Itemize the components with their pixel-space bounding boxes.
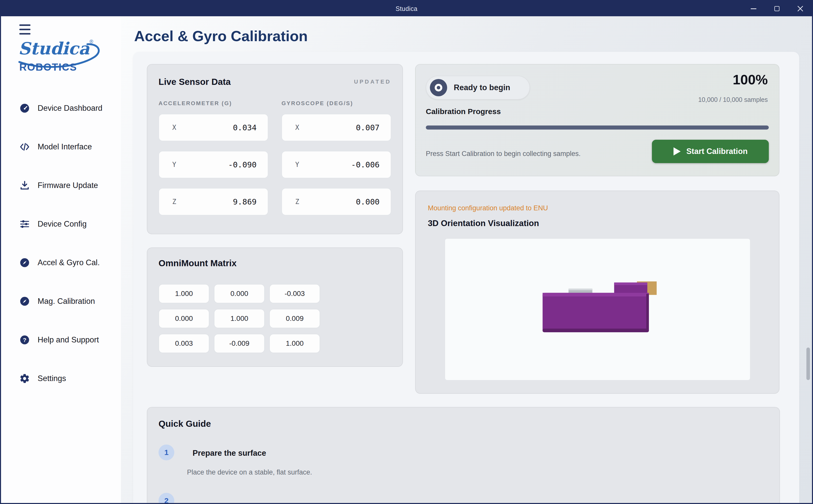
gyroscope-column: GYROSCOPE (DEG/S) X 0.007 Y -0.006 Z 0.0… [282, 100, 391, 225]
start-calibration-button[interactable]: Start Calibration [652, 140, 769, 163]
progress-bar [426, 125, 769, 130]
calibration-card: Ready to begin 100% 10,000 / 10,000 samp… [415, 64, 779, 176]
maximize-icon [774, 6, 779, 11]
quick-guide-card: Quick Guide 1 Prepare the surface Place … [147, 407, 780, 503]
calibration-percent: 100% [733, 72, 768, 87]
matrix-cell: -0.003 [269, 284, 320, 303]
gyro-x-readout: X 0.007 [282, 114, 391, 141]
progress-bar-fill [426, 125, 769, 130]
close-icon [797, 6, 803, 12]
live-sensor-card: Live Sensor Data UPDATED ACCELEROMETER (… [147, 64, 403, 234]
window-controls [742, 1, 812, 16]
matrix-cell: -0.009 [214, 334, 265, 353]
maximize-button[interactable] [765, 1, 789, 16]
status-record-icon [430, 79, 447, 96]
download-icon [19, 180, 30, 191]
accel-x-readout: X 0.034 [159, 114, 268, 141]
axis-value: 0.034 [233, 123, 257, 132]
calibration-status-pill: Ready to begin [426, 76, 530, 100]
logo-registered-mark: ® [89, 39, 93, 44]
logo-subtitle: ROBOTICS [19, 61, 108, 73]
compass-icon [19, 257, 30, 268]
sidebar-item-settings[interactable]: Settings [19, 367, 117, 390]
accelerometer-column: ACCELEROMETER (G) X 0.034 Y -0.090 Z 9.8… [159, 100, 268, 225]
app-window: Studica Studica® ROBOTICS Dev [0, 0, 813, 504]
compass-icon [19, 296, 30, 307]
window-title: Studica [396, 5, 417, 12]
mounting-notice: Mounting configuration updated to ENU [428, 204, 548, 212]
calibration-samples: 10,000 / 10,000 samples [698, 96, 768, 103]
axis-label: Z [172, 198, 176, 206]
axis-label: Y [295, 161, 299, 168]
content-panel: Live Sensor Data UPDATED ACCELEROMETER (… [133, 52, 799, 503]
calibration-status-text: Ready to begin [454, 83, 510, 92]
axis-label: Y [172, 161, 176, 168]
sidebar-item-label: Model Interface [38, 142, 92, 151]
sidebar-item-label: Settings [38, 374, 66, 383]
titlebar: Studica [1, 1, 812, 16]
axis-label: Z [295, 198, 299, 206]
matrix-cell: 0.009 [269, 309, 320, 328]
minimize-button[interactable] [742, 1, 765, 16]
axis-value: -0.006 [351, 160, 380, 169]
sidebar-item-label: Help and Support [38, 335, 99, 344]
axis-label: X [172, 124, 176, 131]
step-1-title: Prepare the surface [193, 449, 266, 458]
sidebar-item-label: Device Config [38, 219, 87, 229]
matrix-cell: 0.000 [159, 309, 209, 328]
axis-label: X [295, 124, 299, 131]
sliders-icon [19, 219, 30, 229]
studica-logo: Studica® ROBOTICS [18, 39, 108, 95]
live-sensor-title: Live Sensor Data [159, 77, 231, 87]
play-icon [673, 147, 681, 155]
axis-value: 0.000 [356, 197, 380, 206]
axis-value: -0.090 [228, 160, 257, 169]
matrix-cell: 0.000 [214, 284, 265, 303]
logo-brand-text: Studica [18, 39, 89, 58]
gyroscope-label: GYROSCOPE (DEG/S) [282, 100, 391, 107]
dashboard-icon [19, 103, 30, 114]
omnimount-title: OmniMount Matrix [159, 258, 391, 268]
sidebar-item-label: Device Dashboard [38, 104, 102, 113]
omnimount-card: OmniMount Matrix 1.000 0.000 -0.003 0.00… [147, 247, 403, 367]
accel-y-readout: Y -0.090 [159, 151, 268, 178]
sidebar-item-label: Mag. Calibration [38, 297, 95, 306]
gyro-z-readout: Z 0.000 [282, 188, 391, 215]
close-button[interactable] [789, 1, 812, 16]
main-content: Accel & Gyro Calibration Live Sensor Dat… [121, 16, 812, 503]
progress-label: Calibration Progress [426, 107, 501, 116]
step-1-badge: 1 [159, 445, 174, 460]
sidebar-item-label: Firmware Update [38, 181, 98, 190]
sidebar-item-model-interface[interactable]: Model Interface [19, 136, 117, 158]
sidebar-item-device-dashboard[interactable]: Device Dashboard [19, 97, 117, 119]
axis-value: 0.007 [356, 123, 380, 132]
help-icon: ? [19, 335, 30, 345]
gear-icon [19, 373, 30, 384]
calibration-hint: Press Start Calibration to begin collect… [426, 150, 581, 158]
minimize-icon [751, 8, 756, 9]
orientation-viewport[interactable] [445, 239, 750, 380]
code-icon [19, 141, 30, 152]
accelerometer-label: ACCELEROMETER (G) [159, 100, 268, 107]
matrix-cell: 1.000 [214, 309, 265, 328]
matrix-cell: 1.000 [159, 284, 209, 303]
sidebar-item-accel-gyro-cal[interactable]: Accel & Gyro Cal. [19, 251, 117, 274]
sidebar-item-mag-calibration[interactable]: Mag. Calibration [19, 290, 117, 312]
orientation-title: 3D Orientation Visualization [428, 218, 539, 228]
omnimount-matrix: 1.000 0.000 -0.003 0.000 1.000 0.009 0.0… [159, 284, 320, 353]
matrix-cell: 1.000 [269, 334, 320, 353]
quick-guide-title: Quick Guide [159, 419, 768, 429]
sidebar-item-help-support[interactable]: ? Help and Support [19, 329, 117, 351]
sidebar-item-firmware-update[interactable]: Firmware Update [19, 174, 117, 197]
step-2-badge: 2 [159, 493, 174, 503]
gyro-y-readout: Y -0.006 [282, 151, 391, 178]
sidebar: Studica® ROBOTICS Device Dashboard Model… [1, 16, 121, 503]
step-1-description: Place the device on a stable, flat surfa… [187, 468, 312, 476]
vertical-scrollbar[interactable] [806, 348, 810, 380]
sidebar-item-device-config[interactable]: Device Config [19, 213, 117, 235]
hamburger-menu-icon[interactable] [19, 24, 32, 35]
start-calibration-label: Start Calibration [686, 147, 747, 156]
axis-value: 9.869 [233, 197, 257, 206]
svg-text:?: ? [23, 337, 26, 343]
page-title: Accel & Gyro Calibration [134, 27, 308, 44]
